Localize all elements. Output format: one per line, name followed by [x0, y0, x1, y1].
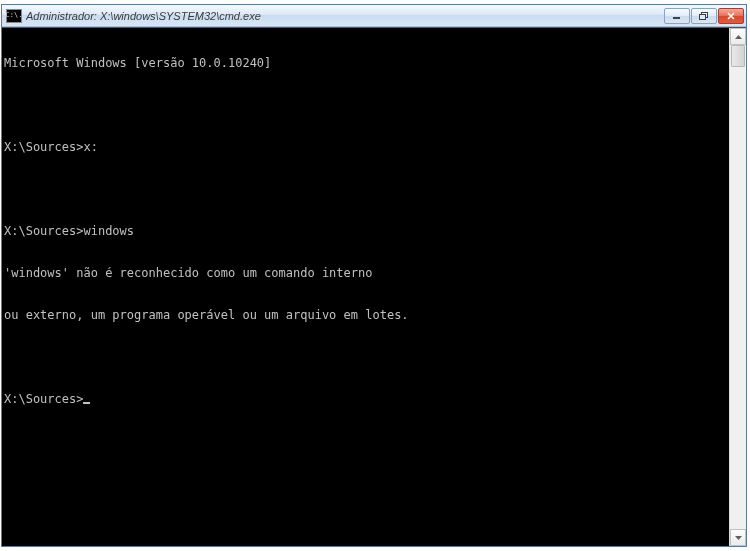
window-controls: [663, 8, 744, 24]
maximize-button[interactable]: [691, 8, 717, 24]
console-line: [4, 350, 729, 364]
vertical-scrollbar[interactable]: [729, 28, 746, 546]
cursor: [83, 402, 90, 404]
console-line: X:\Sources>windows: [4, 224, 729, 238]
scroll-down-button[interactable]: [730, 529, 746, 546]
close-button[interactable]: [718, 8, 744, 24]
console-line: X:\Sources>x:: [4, 140, 729, 154]
console-line: [4, 98, 729, 112]
console-line: 'windows' não é reconhecido como um coma…: [4, 266, 729, 280]
minimize-button[interactable]: [664, 8, 690, 24]
client-area: Microsoft Windows [versão 10.0.10240] X:…: [2, 27, 746, 546]
console-prompt-line: X:\Sources>: [4, 392, 729, 406]
console-line: Microsoft Windows [versão 10.0.10240]: [4, 56, 729, 70]
cmd-window: C:\. Administrador: X:\windows\SYSTEM32\…: [1, 4, 747, 547]
svg-rect-2: [700, 14, 706, 19]
console-line: ou externo, um programa operável ou um a…: [4, 308, 729, 322]
window-title: Administrador: X:\windows\SYSTEM32\cmd.e…: [26, 10, 663, 22]
titlebar[interactable]: C:\. Administrador: X:\windows\SYSTEM32\…: [2, 5, 746, 27]
console-prompt: X:\Sources>: [4, 392, 83, 406]
cmd-icon: C:\.: [6, 9, 22, 23]
svg-rect-0: [673, 17, 680, 19]
console-output[interactable]: Microsoft Windows [versão 10.0.10240] X:…: [2, 28, 729, 546]
scroll-up-button[interactable]: [730, 28, 746, 45]
scrollbar-track[interactable]: [730, 45, 746, 529]
scrollbar-thumb[interactable]: [731, 45, 745, 67]
console-line: [4, 182, 729, 196]
